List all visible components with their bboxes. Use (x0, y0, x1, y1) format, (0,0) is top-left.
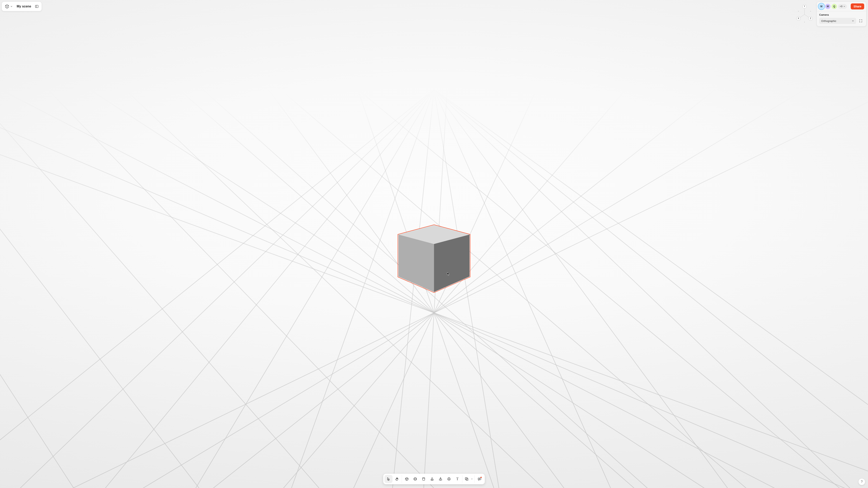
viewport-3d[interactable] (0, 0, 868, 488)
axis-gizmo[interactable]: Y X Z (795, 3, 814, 25)
camera-section-label: Camera (819, 13, 864, 16)
chevron-down-icon (852, 20, 854, 22)
pyramid-primitive-tool[interactable] (437, 475, 445, 483)
svg-line-0 (0, 89, 434, 488)
scene-title[interactable]: My scene (15, 5, 33, 8)
axis-x-handle[interactable]: X (797, 17, 801, 21)
svg-rect-38 (35, 5, 38, 8)
svg-line-9 (434, 89, 868, 488)
boolean-icon (465, 477, 469, 481)
help-button[interactable]: ? (858, 478, 865, 485)
collaborators-row: M M Q +9 Share (817, 2, 866, 11)
camera-section: Camera Orthographic (817, 11, 866, 26)
text-tool[interactable]: T (454, 475, 462, 483)
svg-line-3 (167, 89, 434, 488)
bottom-toolbar: T (383, 474, 485, 484)
cylinder-icon (422, 477, 426, 481)
svg-point-55 (431, 480, 433, 480)
svg-text:Z: Z (810, 17, 811, 20)
text-icon: T (456, 477, 459, 481)
avatar-user-3[interactable]: Q (832, 4, 837, 9)
unread-indicator (480, 477, 482, 478)
svg-text:X: X (798, 17, 799, 20)
chevron-down-icon (471, 478, 473, 480)
frame-icon (859, 19, 863, 23)
camera-projection-select[interactable]: Orthographic (819, 18, 856, 24)
boolean-tool[interactable] (463, 475, 470, 483)
svg-point-43 (798, 11, 799, 11)
hand-tool[interactable] (393, 475, 401, 483)
comments-tool[interactable] (475, 475, 484, 483)
svg-line-11 (434, 89, 868, 488)
selected-cube[interactable] (397, 224, 471, 294)
camera-projection-value: Orthographic (821, 20, 836, 23)
cylinder-primitive-tool[interactable] (420, 475, 428, 483)
separator (462, 475, 463, 483)
svg-line-17 (0, 89, 361, 488)
svg-rect-56 (465, 478, 467, 480)
svg-point-54 (423, 478, 425, 478)
panel-left-icon (35, 4, 39, 8)
boolean-tool-menu[interactable] (470, 478, 474, 480)
prism-primitive-tool[interactable] (445, 475, 453, 483)
frame-all-button[interactable] (858, 18, 864, 24)
svg-marker-36 (434, 234, 470, 292)
separator (474, 475, 475, 483)
svg-marker-35 (398, 234, 434, 292)
cube-logo-icon (5, 4, 9, 9)
toggle-left-panel-button[interactable] (34, 4, 39, 9)
axis-z-handle[interactable]: Z (808, 17, 812, 21)
cone-icon (430, 477, 434, 481)
cursor-pointer (447, 272, 450, 276)
svg-rect-57 (466, 478, 468, 480)
svg-point-52 (414, 478, 417, 480)
help-icon: ? (861, 480, 863, 484)
share-button[interactable]: Share (851, 3, 864, 9)
sphere-primitive-tool[interactable] (411, 475, 419, 483)
sphere-icon (413, 477, 417, 481)
svg-line-15 (125, 89, 594, 488)
more-collaborators-chip[interactable]: +9 (838, 4, 847, 9)
app-menu-button[interactable] (3, 3, 14, 10)
cursor-icon (386, 477, 391, 481)
svg-line-19 (0, 89, 105, 488)
svg-line-2 (65, 89, 434, 488)
svg-point-53 (414, 478, 417, 479)
hand-icon (395, 477, 399, 481)
svg-line-1 (0, 89, 434, 488)
svg-line-13 (280, 89, 803, 488)
prism-icon (447, 477, 451, 481)
scene-chip: My scene (2, 2, 42, 11)
svg-text:Y: Y (804, 5, 805, 7)
cube-primitive-tool[interactable] (403, 475, 411, 483)
svg-point-44 (810, 11, 811, 11)
avatar-user-2[interactable]: M (825, 4, 830, 9)
chevron-down-icon (10, 5, 13, 8)
pyramid-icon (439, 477, 443, 481)
cube-icon (405, 477, 409, 481)
more-count: +9 (840, 5, 842, 8)
axis-y-handle[interactable]: Y (803, 4, 807, 8)
cone-primitive-tool[interactable] (428, 475, 436, 483)
right-panel: M M Q +9 Share Camera Orthographic (816, 2, 866, 27)
avatar-self[interactable]: M (819, 4, 824, 9)
svg-line-10 (434, 89, 868, 488)
svg-line-18 (0, 89, 236, 488)
select-tool[interactable] (384, 475, 393, 483)
chevron-down-icon (843, 5, 845, 7)
svg-point-45 (804, 22, 805, 22)
